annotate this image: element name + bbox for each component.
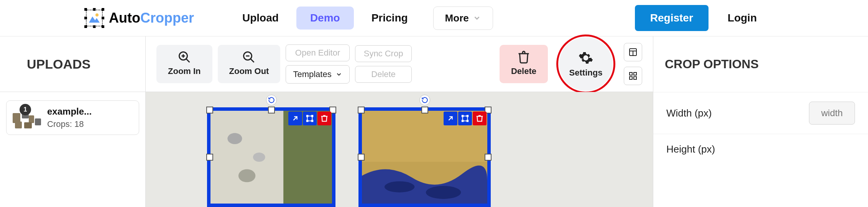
svg-rect-14 [634, 77, 636, 79]
layout-grid-button[interactable] [624, 67, 642, 85]
templates-dropdown[interactable]: Templates [286, 65, 349, 84]
height-label: Height (px) [666, 143, 715, 155]
crop-region[interactable] [358, 107, 491, 207]
crop-canvas[interactable] [146, 92, 653, 207]
rotate-handle[interactable] [266, 95, 277, 105]
bounds-icon [461, 114, 469, 123]
zoom-out-icon [242, 50, 256, 64]
upload-thumbnail: 1 [11, 106, 42, 129]
svg-rect-32 [467, 115, 469, 117]
svg-rect-34 [467, 120, 469, 122]
zoom-in-button[interactable]: Zoom In [156, 45, 212, 83]
nav-more-label: More [445, 12, 469, 24]
settings-button[interactable]: Settings [559, 37, 613, 91]
brand-name: AutoCropper [109, 10, 194, 26]
resize-handle[interactable] [206, 154, 213, 161]
upload-crops-count: Crops: 18 [47, 119, 92, 129]
upload-badge: 1 [20, 104, 31, 115]
svg-line-2 [186, 59, 189, 62]
nav-upload[interactable]: Upload [229, 7, 293, 30]
svg-line-6 [251, 59, 254, 62]
gear-icon [578, 50, 593, 66]
resize-handle[interactable] [358, 107, 365, 113]
editor-template-stack: Open Editor Templates [286, 44, 349, 84]
trash-icon [517, 50, 531, 64]
svg-rect-24 [307, 120, 308, 122]
chevron-down-icon [473, 14, 481, 22]
crop-bounds-button[interactable] [303, 112, 317, 125]
svg-rect-31 [462, 115, 464, 117]
delete-crop-button-disabled: Delete [355, 66, 412, 83]
layout-toggle-group [624, 43, 642, 85]
register-button[interactable]: Register [635, 5, 709, 31]
open-editor-button: Open Editor [286, 44, 349, 61]
top-nav: AutoCropper Upload Demo Pricing More Reg… [0, 0, 868, 36]
crop-region[interactable] [207, 107, 335, 207]
svg-rect-25 [312, 120, 313, 122]
nav-right: Register Login [635, 5, 856, 31]
crop-open-button[interactable] [444, 112, 457, 125]
resize-handle[interactable] [268, 107, 275, 113]
svg-point-18 [227, 133, 242, 144]
crop-icon [84, 8, 104, 28]
svg-point-20 [238, 169, 255, 182]
crop-bounds-button[interactable] [458, 112, 472, 125]
editor-panel: Zoom In Zoom Out Open Editor Templates S… [146, 36, 653, 207]
delete-button[interactable]: Delete [500, 45, 548, 83]
svg-rect-33 [462, 120, 464, 122]
expand-icon [446, 114, 455, 123]
zoom-in-label: Zoom In [168, 66, 201, 76]
svg-point-28 [385, 181, 414, 192]
svg-rect-11 [630, 72, 632, 75]
rotate-icon [421, 97, 428, 104]
crop-options-title: CROP OPTIONS [653, 36, 868, 92]
resize-handle[interactable] [485, 154, 492, 161]
nav-items: Upload Demo Pricing More [229, 7, 493, 30]
resize-handle[interactable] [421, 107, 428, 113]
brand-logo[interactable]: AutoCropper [84, 8, 194, 28]
svg-rect-23 [312, 115, 313, 117]
svg-point-0 [95, 13, 99, 16]
login-link[interactable]: Login [728, 12, 856, 24]
sync-delete-stack: Sync Crop Delete [355, 45, 412, 83]
zoom-in-icon [178, 50, 191, 64]
height-option-row: Height (px) [653, 134, 868, 155]
nav-demo[interactable]: Demo [296, 7, 354, 30]
settings-highlight-ring: Settings [556, 34, 615, 94]
layout-grid-icon [628, 71, 638, 80]
layout-panel-button[interactable] [624, 43, 642, 61]
svg-rect-22 [307, 115, 308, 117]
upload-item[interactable]: 1 example... Crops: 18 [6, 100, 139, 135]
crop-open-button[interactable] [288, 112, 302, 125]
nav-more-dropdown[interactable]: More [433, 7, 493, 30]
uploads-sidebar: UPLOADS 1 example... Crops: 18 [0, 36, 146, 207]
crop-delete-button[interactable] [473, 112, 487, 125]
rotate-handle[interactable] [419, 95, 430, 105]
resize-handle[interactable] [206, 107, 213, 113]
templates-label: Templates [293, 69, 331, 79]
crop-actions [444, 112, 487, 125]
zoom-out-button[interactable]: Zoom Out [218, 45, 281, 83]
width-option-row: Width (px) [653, 92, 868, 134]
uploads-title: UPLOADS [0, 36, 145, 92]
trash-icon [475, 114, 484, 123]
svg-point-19 [253, 153, 265, 162]
upload-info: example... Crops: 18 [47, 106, 92, 129]
zoom-out-label: Zoom Out [229, 66, 269, 76]
rotate-icon [268, 97, 275, 104]
main-layout: UPLOADS 1 example... Crops: 18 Zoom In [0, 36, 868, 207]
svg-rect-16 [210, 111, 283, 204]
svg-rect-13 [630, 77, 632, 79]
width-label: Width (px) [666, 107, 712, 119]
width-input[interactable] [809, 102, 855, 125]
crop-options-panel: CROP OPTIONS Width (px) Height (px) [653, 36, 868, 207]
resize-handle[interactable] [358, 154, 365, 161]
trash-icon [320, 114, 329, 123]
crop-delete-button[interactable] [317, 112, 331, 125]
chevron-down-icon [335, 71, 342, 78]
mountain-icon [88, 13, 100, 23]
delete-label: Delete [511, 66, 536, 76]
nav-pricing[interactable]: Pricing [358, 7, 422, 30]
svg-rect-12 [634, 72, 636, 75]
upload-name: example... [47, 106, 92, 117]
